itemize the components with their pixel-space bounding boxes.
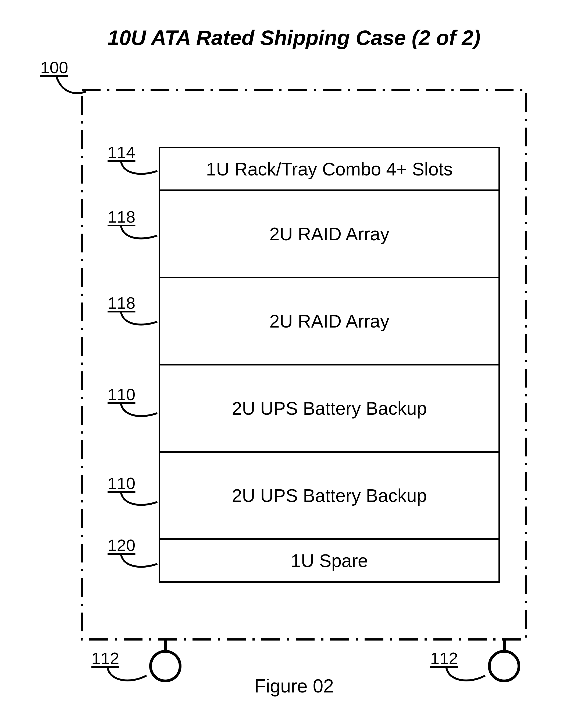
slot-label: 2U UPS Battery Backup	[232, 485, 427, 506]
leader-line	[108, 312, 159, 331]
rack-slot: 2U RAID Array	[159, 190, 500, 278]
figure-page: 10U ATA Rated Shipping Case (2 of 2) 1U …	[0, 0, 588, 721]
leader-line	[108, 226, 159, 245]
leader-line	[108, 555, 159, 573]
rack-slot: 1U Rack/Tray Combo 4+ Slots	[159, 147, 500, 190]
slot-label: 1U Rack/Tray Combo 4+ Slots	[206, 159, 453, 180]
ref-slot1: 114	[108, 143, 135, 162]
figure-caption: Figure 02	[0, 675, 588, 697]
ref-slot3: 118	[108, 293, 135, 313]
rack-slot: 2U UPS Battery Backup	[159, 452, 500, 539]
leader-line	[108, 161, 159, 180]
slot-label: 2U RAID Array	[269, 223, 389, 244]
ref-slot6: 120	[108, 536, 135, 555]
slot-label: 1U Spare	[291, 550, 368, 571]
ref-slot2: 118	[108, 207, 135, 226]
slot-label: 2U RAID Array	[269, 311, 389, 332]
ref-slot5: 110	[108, 474, 135, 493]
leader-line	[46, 77, 89, 101]
rack-stack: 1U Rack/Tray Combo 4+ Slots 2U RAID Arra…	[159, 147, 500, 583]
leader-line	[108, 404, 159, 423]
rack-slot: 1U Spare	[159, 539, 500, 583]
ref-wheel-right: 112	[430, 648, 458, 668]
rack-slot: 2U UPS Battery Backup	[159, 365, 500, 452]
ref-wheel-left: 112	[91, 648, 119, 668]
rack-slot: 2U RAID Array	[159, 278, 500, 365]
slot-label: 2U UPS Battery Backup	[232, 398, 427, 419]
ref-slot4: 110	[108, 385, 135, 404]
leader-line	[108, 493, 159, 512]
ref-case: 100	[40, 58, 68, 77]
figure-title: 10U ATA Rated Shipping Case (2 of 2)	[0, 25, 588, 50]
